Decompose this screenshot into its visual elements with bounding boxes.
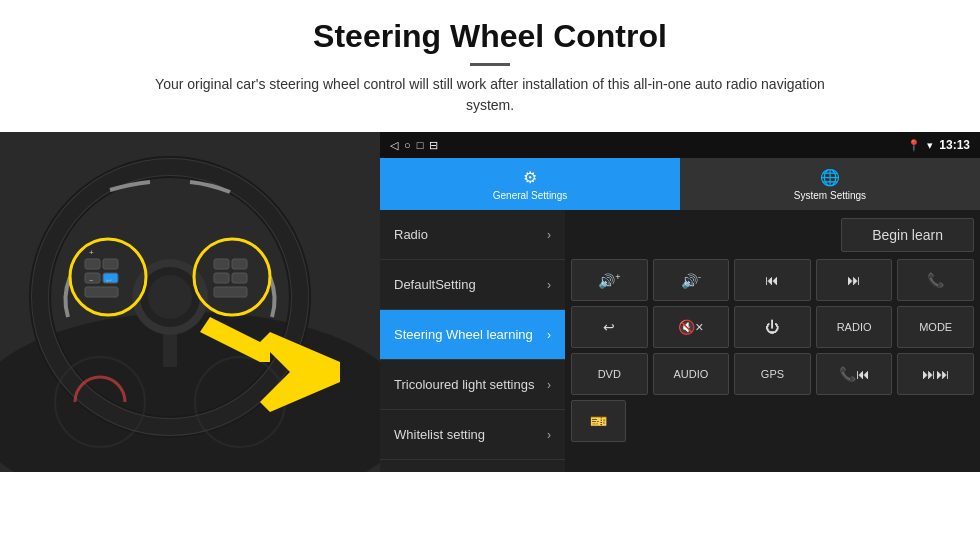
svg-rect-11	[103, 259, 118, 269]
tab-general-settings[interactable]: ⚙ General Settings	[380, 158, 680, 210]
menu-arrow-default: ›	[547, 278, 551, 292]
phone-button[interactable]: 📞	[897, 259, 974, 301]
menu-arrow-steering: ›	[547, 328, 551, 342]
menu-arrow-tricoloured: ›	[547, 378, 551, 392]
home-icon[interactable]: ○	[404, 139, 411, 151]
prev-track-icon: ⏮	[765, 272, 779, 288]
hang-up-icon: ↩	[603, 319, 615, 335]
next-track-button[interactable]: ⏭	[816, 259, 893, 301]
location-icon: 📍	[907, 139, 921, 152]
back-icon[interactable]: ◁	[390, 139, 398, 152]
menu-arrow-whitelist: ›	[547, 428, 551, 442]
menu-icon[interactable]: ⊟	[429, 139, 438, 152]
menu-item-default[interactable]: DefaultSetting ›	[380, 260, 565, 310]
svg-rect-18	[214, 259, 229, 269]
prev-track-button[interactable]: ⏮	[734, 259, 811, 301]
tab-bar: ⚙ General Settings 🌐 System Settings	[380, 158, 980, 210]
system-settings-icon: 🌐	[820, 168, 840, 187]
svg-rect-14	[85, 287, 118, 297]
general-settings-icon: ⚙	[523, 168, 537, 187]
header-divider	[470, 63, 510, 66]
mute-button[interactable]: 🔇×	[653, 306, 730, 348]
begin-learn-row: Begin learn	[571, 216, 974, 254]
phone-icon: 📞	[927, 272, 944, 288]
vol-down-button[interactable]: 🔊-	[653, 259, 730, 301]
svg-text:−: −	[89, 277, 93, 284]
svg-text:↩: ↩	[106, 277, 112, 284]
tab-general-label: General Settings	[493, 190, 568, 201]
status-icons: 📍 ▾ 13:13	[907, 138, 970, 152]
android-ui: ◁ ○ □ ⊟ 📍 ▾ 13:13 ⚙ General Settings	[380, 132, 980, 472]
svg-point-7	[148, 275, 192, 319]
recent-icon[interactable]: □	[417, 139, 424, 151]
audio-label: AUDIO	[673, 368, 708, 380]
header-subtitle: Your original car's steering wheel contr…	[130, 74, 850, 116]
phone-prev-button[interactable]: 📞⏮	[816, 353, 893, 395]
svg-rect-10	[85, 259, 100, 269]
gps-button[interactable]: GPS	[734, 353, 811, 395]
control-row-3: DVD AUDIO GPS 📞⏮ ⏭⏭	[571, 353, 974, 395]
power-button[interactable]: ⏻	[734, 306, 811, 348]
wifi-icon: ▾	[927, 139, 933, 152]
mode-label: MODE	[919, 321, 952, 333]
dvd-label: DVD	[598, 368, 621, 380]
page-header: Steering Wheel Control Your original car…	[130, 0, 850, 122]
gps-label: GPS	[761, 368, 784, 380]
control-row-1: 🔊+ 🔊- ⏮ ⏭ 📞	[571, 259, 974, 301]
audio-button[interactable]: AUDIO	[653, 353, 730, 395]
menu-item-radio-label: Radio	[394, 227, 547, 242]
page-title: Steering Wheel Control	[130, 18, 850, 55]
ff-skip-button[interactable]: ⏭⏭	[897, 353, 974, 395]
mute-icon: 🔇×	[678, 319, 703, 335]
svg-rect-20	[214, 273, 229, 283]
sim-icon: 🎫	[590, 413, 607, 429]
menu-item-steering[interactable]: Steering Wheel learning ›	[380, 310, 565, 360]
main-content: + − ↩ ◁	[0, 132, 980, 545]
next-track-icon: ⏭	[847, 272, 861, 288]
phone-prev-icon: 📞⏮	[839, 366, 870, 382]
svg-rect-22	[214, 287, 247, 297]
ff-skip-icon: ⏭⏭	[922, 366, 950, 382]
clock: 13:13	[939, 138, 970, 152]
menu-item-tricoloured-label: Tricoloured light settings	[394, 377, 547, 392]
dvd-button[interactable]: DVD	[571, 353, 648, 395]
content-area: Radio › DefaultSetting › Steering Wheel …	[380, 210, 980, 472]
begin-learn-button[interactable]: Begin learn	[841, 218, 974, 252]
page-container: Steering Wheel Control Your original car…	[0, 0, 980, 545]
menu-item-steering-label: Steering Wheel learning	[394, 327, 547, 342]
menu-item-whitelist-label: Whitelist setting	[394, 427, 547, 442]
vol-up-icon: 🔊+	[598, 272, 620, 289]
sim-button[interactable]: 🎫	[571, 400, 626, 442]
nav-icons: ◁ ○ □ ⊟	[390, 139, 438, 152]
power-icon: ⏻	[765, 319, 779, 335]
radio-label: RADIO	[837, 321, 872, 333]
vol-down-icon: 🔊-	[681, 272, 701, 289]
steering-wheel-image: + − ↩	[0, 132, 380, 472]
status-bar: ◁ ○ □ ⊟ 📍 ▾ 13:13	[380, 132, 980, 158]
menu-item-radio[interactable]: Radio ›	[380, 210, 565, 260]
tab-system-label: System Settings	[794, 190, 866, 201]
menu-item-tricoloured[interactable]: Tricoloured light settings ›	[380, 360, 565, 410]
menu-list: Radio › DefaultSetting › Steering Wheel …	[380, 210, 565, 472]
svg-rect-19	[232, 259, 247, 269]
radio-button[interactable]: RADIO	[816, 306, 893, 348]
svg-rect-21	[232, 273, 247, 283]
hang-up-button[interactable]: ↩	[571, 306, 648, 348]
vol-up-button[interactable]: 🔊+	[571, 259, 648, 301]
right-panel: Begin learn 🔊+ 🔊- ⏮	[565, 210, 980, 472]
mode-button[interactable]: MODE	[897, 306, 974, 348]
svg-text:+: +	[89, 248, 94, 257]
menu-item-default-label: DefaultSetting	[394, 277, 547, 292]
tab-system-settings[interactable]: 🌐 System Settings	[680, 158, 980, 210]
control-row-4: 🎫	[571, 400, 974, 442]
menu-item-whitelist[interactable]: Whitelist setting ›	[380, 410, 565, 460]
control-row-2: ↩ 🔇× ⏻ RADIO MODE	[571, 306, 974, 348]
menu-arrow-radio: ›	[547, 228, 551, 242]
